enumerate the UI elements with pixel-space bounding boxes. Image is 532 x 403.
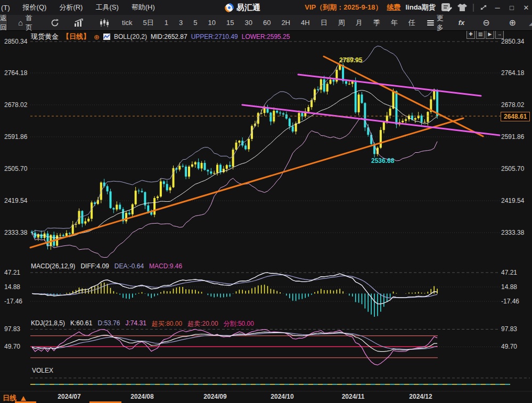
axis-tick-label: 2419.54 [501, 197, 524, 204]
period-button-5日[interactable]: 5日 [138, 18, 159, 28]
trendline-drawings [30, 56, 501, 248]
menu-item-2[interactable]: 分析(R) [59, 3, 83, 12]
bollinger-bands [32, 46, 437, 257]
menu-item-3[interactable]: 工具(S) [95, 3, 118, 12]
menu-bar: (T)报价(Q)分析(R)工具(S)帮助(H) [1, 3, 168, 12]
chart-toolbar: 返回 ⌂ 首页 tick5日1351015 [0, 15, 532, 31]
period-button-1[interactable]: 1 [159, 19, 174, 27]
app-window: (T)报价(Q)分析(R)工具(S)帮助(H) 易汇通 VIP（到期：2025-… [0, 0, 532, 403]
zoom-in-button[interactable]: ⊕ [500, 18, 526, 28]
time-tick-label: 2024/12 [406, 393, 436, 400]
period-button-3[interactable]: 3 [174, 19, 188, 27]
draw-tool-icon[interactable]: ◢ [529, 19, 532, 27]
up-triangle-icon [21, 396, 26, 401]
axis-tick-label: 49.70 [4, 343, 20, 350]
axis-tick-label: 14.88 [501, 283, 517, 291]
more-button[interactable]: 更多 [421, 13, 450, 32]
theme-skin-icon[interactable] [457, 3, 468, 12]
add-indicator-icon[interactable]: ⊕ [94, 33, 100, 41]
axis-tick-label: 2850.34 [4, 38, 27, 45]
time-tick-label: 2024/08 [127, 393, 157, 400]
menu-item-4[interactable]: 帮助(H) [132, 3, 155, 12]
macd-panel [32, 273, 437, 317]
candlestick-button[interactable] [92, 19, 117, 27]
time-tick-label: 2024/09 [200, 393, 230, 400]
minimize-button[interactable]: ─ [493, 4, 502, 12]
renew-link[interactable]: 续费 [387, 3, 401, 12]
time-tick-label: 2024/10 [267, 393, 297, 400]
period-button-4H[interactable]: 4H [296, 19, 315, 27]
axis-tick-label: 2419.54 [4, 197, 27, 204]
line-chart-button[interactable] [67, 19, 92, 27]
period-button-日[interactable]: 日 [315, 18, 333, 28]
close-button[interactable]: ✕ [521, 4, 531, 12]
period-button-10[interactable]: 10 [203, 19, 221, 27]
titlebar: (T)报价(Q)分析(R)工具(S)帮助(H) 易汇通 VIP（到期：2025-… [0, 0, 532, 15]
axis-tick-label: 47.21 [4, 269, 20, 276]
axis-tick-label: 2850.34 [501, 38, 524, 45]
menu-icon [427, 19, 434, 27]
move-tool-icon[interactable]: ✚ [466, 30, 475, 39]
account-name: linda期货 [406, 3, 436, 12]
period-button-2H[interactable]: 2H [276, 19, 296, 27]
home-button[interactable]: ⌂ 首页 [7, 13, 43, 32]
ascending-trendline [30, 118, 463, 248]
lower-channel-line [242, 105, 500, 135]
axis-tick-label: 2591.86 [501, 133, 524, 141]
refresh-button[interactable] [43, 19, 67, 27]
axis-tick-label: 2333.38 [501, 229, 524, 236]
maximize-button[interactable]: □ [507, 4, 517, 12]
divider: | [472, 3, 474, 12]
app-name: 易汇通 [236, 3, 260, 13]
time-tick-label: 2024/07 [54, 393, 84, 400]
home-icon: ⌂ [18, 18, 23, 27]
axis-tick-label: 97.83 [4, 325, 20, 333]
candlestick-series [31, 63, 438, 250]
back-button[interactable]: 返回 [0, 15, 7, 30]
high-annotation: 2789.95 [339, 56, 362, 64]
left-scale-icon[interactable]: ▥ [476, 30, 485, 39]
restore-resize-icon[interactable] [479, 4, 488, 11]
logo-icon [225, 3, 234, 12]
period-button-60[interactable]: 60 [258, 19, 276, 27]
axis-tick-label: 97.83 [501, 325, 517, 333]
period-button-group: tick5日135101530602H4H日周月季年任 [117, 18, 421, 28]
axis-tick-label: 47.21 [501, 269, 517, 276]
axis-tick-label: 2333.38 [4, 229, 27, 236]
refresh-icon [51, 19, 59, 27]
notes-icon[interactable] [440, 3, 452, 12]
period-button-季[interactable]: 季 [368, 18, 386, 28]
vip-status: VIP（到期：2025-9-18） [305, 3, 382, 12]
axis-tick-label: 2505.70 [501, 165, 524, 172]
indicator-fx-button[interactable]: fx [450, 19, 473, 27]
axis-tick-label: 2505.70 [4, 165, 27, 172]
period-button-任[interactable]: 任 [403, 18, 421, 28]
low-annotation: 2536.68 [371, 157, 394, 165]
axis-tick-label: 14.88 [4, 283, 20, 291]
axis-tick-label: -17.46 [501, 298, 519, 305]
period-button-15[interactable]: 15 [221, 19, 239, 27]
period-button-周[interactable]: 周 [333, 18, 350, 28]
axis-tick-label: 2764.18 [501, 69, 524, 77]
period-button-年[interactable]: 年 [386, 18, 403, 28]
menu-item-1[interactable]: 报价(Q) [23, 3, 47, 12]
zoom-out-button[interactable]: ⊖ [473, 18, 499, 28]
axis-tick-label: 2591.86 [4, 133, 27, 141]
period-button-月[interactable]: 月 [350, 18, 368, 28]
period-button-30[interactable]: 30 [239, 19, 257, 27]
menu-item-0[interactable]: (T) [1, 4, 10, 12]
upper-channel-line [298, 75, 481, 96]
app-logo: 易汇通 [225, 0, 260, 15]
axis-tick-label: 2764.18 [4, 69, 27, 77]
period-badge[interactable]: 日线 [3, 393, 26, 403]
kdj-panel [30, 329, 438, 365]
axis-tick-label: 2678.02 [501, 101, 524, 109]
period-button-tick[interactable]: tick [117, 19, 138, 27]
right-scale-icon[interactable]: ▶ [486, 30, 494, 39]
axis-tick-label: 2678.02 [4, 101, 27, 109]
chart-canvas[interactable] [0, 0, 532, 403]
period-button-5[interactable]: 5 [188, 19, 202, 27]
axis-tick-label: -17.46 [4, 298, 22, 305]
candlestick-icon [100, 19, 109, 27]
bar-chart-icon [74, 19, 85, 27]
